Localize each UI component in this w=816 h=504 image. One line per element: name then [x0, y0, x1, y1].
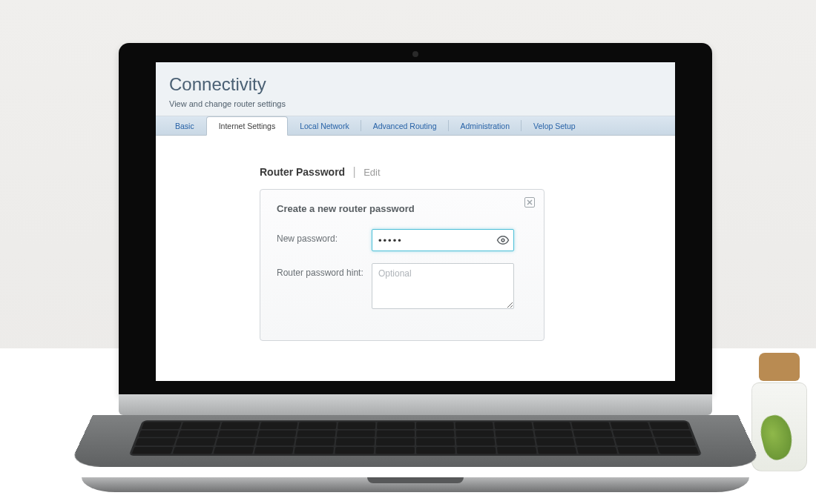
tab-advanced-routing[interactable]: Advanced Routing — [361, 116, 449, 135]
router-password-panel: Create a new router password New passwor… — [260, 189, 544, 341]
jar-decor — [751, 353, 807, 471]
webcam-dot — [412, 51, 418, 57]
page-header: Connectivity View and change router sett… — [156, 62, 675, 116]
tab-local-network[interactable]: Local Network — [288, 116, 361, 135]
tab-internet-settings[interactable]: Internet Settings — [206, 116, 288, 136]
new-password-input[interactable] — [372, 229, 514, 251]
show-password-icon[interactable] — [496, 233, 510, 247]
page-subtitle: View and change router settings — [169, 99, 675, 108]
laptop: Connectivity View and change router sett… — [119, 43, 712, 492]
content-area: Router Password | Edit Create a new rout… — [156, 136, 675, 381]
section-separator: | — [353, 165, 356, 178]
new-password-label: New password: — [277, 229, 372, 244]
password-hint-label: Router password hint: — [277, 263, 372, 278]
tab-velop-setup[interactable]: Velop Setup — [521, 116, 588, 135]
tab-administration[interactable]: Administration — [449, 116, 522, 135]
edit-link[interactable]: Edit — [363, 167, 380, 178]
tab-basic[interactable]: Basic — [163, 116, 206, 135]
keyboard — [129, 420, 703, 456]
router-admin-screen: Connectivity View and change router sett… — [156, 62, 675, 381]
panel-title: Create a new router password — [277, 203, 527, 214]
close-icon[interactable] — [524, 197, 535, 208]
section-header: Router Password | Edit — [260, 165, 675, 179]
tab-bar: BasicInternet SettingsLocal NetworkAdvan… — [156, 116, 675, 136]
page-title: Connectivity — [169, 74, 675, 95]
password-hint-input[interactable] — [372, 263, 514, 309]
section-title: Router Password — [260, 166, 345, 178]
svg-point-1 — [501, 239, 504, 242]
